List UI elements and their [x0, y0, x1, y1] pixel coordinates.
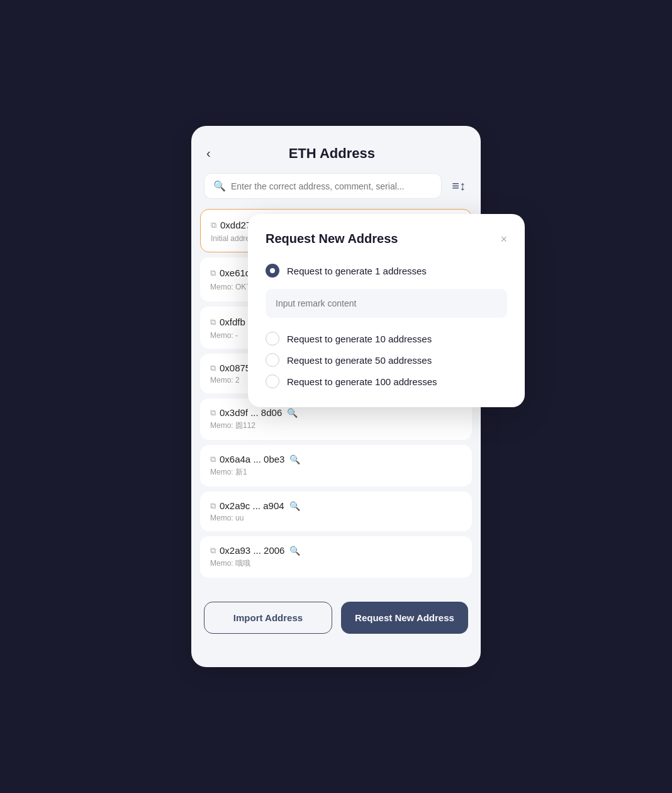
radio-checked-0[interactable] — [266, 264, 279, 278]
search-address-icon[interactable]: 🔍 — [289, 546, 300, 556]
memo-text: Memo: OK了 — [210, 282, 254, 293]
modal-options: Request to generate 1 addresses Request … — [266, 260, 507, 392]
radio-unchecked-3[interactable] — [266, 374, 279, 388]
search-box: 🔍 — [204, 173, 442, 199]
radio-unchecked-2[interactable] — [266, 353, 279, 367]
copy-icon[interactable]: ⧉ — [210, 363, 216, 373]
address-item[interactable]: ⧉ 0x2a9c ... a904 🔍 Memo: uu — [200, 492, 472, 531]
address-text: 0x3d9f ... 8d06 — [220, 407, 282, 418]
option-label-2: Request to generate 50 addresses — [287, 355, 432, 366]
copy-icon[interactable]: ⧉ — [211, 220, 216, 230]
remark-input[interactable] — [276, 298, 497, 308]
page-title: ETH Address — [216, 145, 448, 162]
search-address-icon[interactable]: 🔍 — [289, 501, 300, 511]
copy-icon[interactable]: ⧉ — [210, 546, 216, 556]
address-item[interactable]: ⧉ 0x6a4a ... 0be3 🔍 Memo: 新1 — [200, 445, 472, 486]
back-button[interactable]: ‹ — [206, 143, 216, 163]
option-label-3: Request to generate 100 addresses — [287, 376, 437, 387]
option-label-0: Request to generate 1 addresses — [287, 266, 427, 276]
modal-title: Request New Address — [266, 232, 398, 246]
memo-text: Memo: 圆112 — [210, 420, 255, 431]
request-new-address-modal: Request New Address × Request to generat… — [248, 214, 525, 407]
import-address-button[interactable]: Import Address — [204, 602, 332, 634]
request-new-address-button[interactable]: Request New Address — [341, 602, 468, 634]
address-item[interactable]: ⧉ 0x2a93 ... 2006 🔍 Memo: 哦哦 — [200, 536, 472, 578]
copy-icon[interactable]: ⧉ — [210, 454, 216, 464]
memo-text: Memo: - — [210, 331, 238, 340]
search-icon: 🔍 — [213, 180, 226, 192]
footer-buttons: Import Address Request New Address — [191, 589, 481, 634]
modal-close-button[interactable]: × — [500, 233, 507, 245]
option-row-2: Request to generate 50 addresses — [266, 349, 507, 371]
filter-button[interactable]: ≡↕ — [449, 176, 468, 196]
memo-text: Memo: uu — [210, 514, 244, 522]
copy-icon[interactable]: ⧉ — [210, 408, 216, 418]
memo-text: Memo: 新1 — [210, 467, 247, 478]
copy-icon[interactable]: ⧉ — [210, 317, 216, 327]
address-text: 0x6a4a ... 0be3 — [220, 454, 284, 464]
search-address-icon[interactable]: 🔍 — [289, 454, 300, 464]
option-row-0: Request to generate 1 addresses — [266, 260, 507, 318]
search-row: 🔍 ≡↕ — [191, 173, 481, 209]
remark-input-wrap — [266, 289, 507, 318]
option-row-3: Request to generate 100 addresses — [266, 371, 507, 392]
option-row-1: Request to generate 10 addresses — [266, 328, 507, 349]
copy-icon[interactable]: ⧉ — [210, 501, 216, 511]
search-address-icon[interactable]: 🔍 — [287, 408, 298, 418]
radio-unchecked-1[interactable] — [266, 332, 279, 346]
card-header: ‹ ETH Address — [191, 126, 481, 173]
copy-icon[interactable]: ⧉ — [210, 268, 216, 278]
modal-header: Request New Address × — [266, 232, 507, 246]
search-input[interactable] — [231, 181, 432, 191]
address-text: 0x2a9c ... a904 — [220, 500, 284, 511]
memo-text: Memo: 哦哦 — [210, 558, 250, 569]
modal-overlay: Request New Address × Request to generat… — [248, 214, 525, 407]
memo-text: Memo: 2 — [210, 376, 240, 385]
address-text: 0x2a93 ... 2006 — [220, 545, 284, 556]
option-label-1: Request to generate 10 addresses — [287, 334, 432, 344]
